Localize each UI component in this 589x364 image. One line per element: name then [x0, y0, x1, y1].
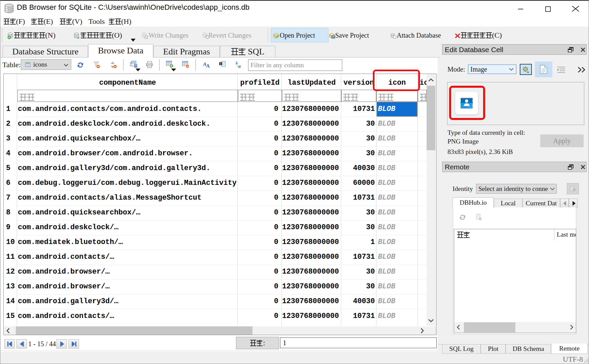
svg-text:A: A: [206, 63, 210, 68]
svg-text:b: b: [236, 61, 238, 66]
